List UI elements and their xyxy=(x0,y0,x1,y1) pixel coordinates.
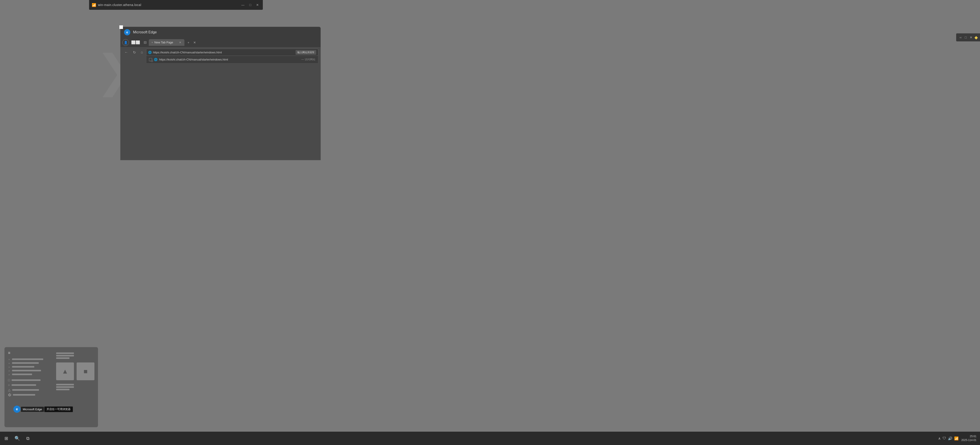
edge-nav-bar: ← ↻ ⌂ 🌐 https://koishi.chat/zh-CN/manual… xyxy=(121,48,320,57)
list-bar xyxy=(13,394,35,396)
edge-dropdown-item[interactable]: 🌐 https://koishi.chat/zh-CN/manual/start… xyxy=(146,56,318,63)
triangle-icon: ▲ xyxy=(8,369,10,372)
list-bar xyxy=(11,384,36,386)
bottom-bar xyxy=(56,386,74,388)
top-bar xyxy=(56,355,74,356)
power-icon: ⏻ xyxy=(8,393,11,396)
edge-logo: e xyxy=(124,29,130,35)
dropdown-visit-label: — 访问网站 xyxy=(301,58,315,62)
tile-triangle-icon: ▲ xyxy=(62,367,68,375)
taskbar-clock[interactable]: 25:61 2025-114-01 xyxy=(961,434,977,442)
edge-logo-letter: e xyxy=(126,30,128,34)
plus-icon: + xyxy=(188,41,189,44)
bottom-bar xyxy=(56,389,70,390)
edge-split-button[interactable]: ⊟ xyxy=(142,40,148,45)
edge-app-title: Microsoft Edge xyxy=(133,30,157,34)
edge-profile-button[interactable]: 👤 xyxy=(122,39,129,46)
edge-tab-newtab[interactable]: + New Tab Page ✕ xyxy=(149,39,185,46)
list-bar xyxy=(12,362,39,364)
taskbar-right: ∧ 🛡 🔊 📶 25:61 2025-114-01 xyxy=(938,434,977,442)
triangle-icon: ▲ xyxy=(8,358,10,361)
start-list-item: ▲ xyxy=(8,362,52,364)
resize-cursor xyxy=(119,25,123,29)
triangle-icon: ▲ xyxy=(8,373,10,375)
edge-tab-group-button[interactable]: ⬜⬜ xyxy=(130,40,142,45)
tile-square-icon: ■ xyxy=(84,367,88,375)
list-bar xyxy=(12,370,41,371)
rdp-restore-button[interactable]: □ xyxy=(248,3,253,7)
triangle-outline-icon: △ xyxy=(8,388,11,391)
rdp-corner-close-button[interactable]: ✕ xyxy=(969,35,974,40)
dropdown-globe-icon: 🌐 xyxy=(154,58,158,61)
tab-bar-close-button[interactable]: ✕ xyxy=(193,41,196,44)
start-menu-panel: ≡ ▲ ▲ ▲ ▲ xyxy=(5,347,98,427)
hamburger-icon[interactable]: ≡ xyxy=(8,351,11,355)
rdp-close-button[interactable]: ✕ xyxy=(255,3,260,7)
start-list-item-square[interactable]: □ xyxy=(8,378,52,382)
start-list-item-circle[interactable]: ○ xyxy=(8,383,52,387)
rdp-corner-restore-button[interactable]: □ xyxy=(964,35,968,40)
windows-taskbar: ⊞ 🔍 ⧉ ∧ 🛡 🔊 📶 25:61 2025-114-01 xyxy=(0,432,980,445)
signal-icon: 📶 xyxy=(92,3,96,7)
rdp-title: win-main.cluster.athena.local xyxy=(98,3,141,7)
dropdown-corner-icon xyxy=(149,58,152,61)
address-url-text: https://koishi.chat/zh-CN/manual/starter… xyxy=(153,51,293,54)
list-bar xyxy=(12,366,34,367)
top-bar xyxy=(56,352,74,354)
edge-taskbar-icon[interactable]: e xyxy=(13,405,21,413)
edge-address-bar-wrapper: 🌐 https://koishi.chat/zh-CN/manual/start… xyxy=(146,49,318,56)
start-list-item-power[interactable]: ⏻ xyxy=(8,393,52,396)
top-bar xyxy=(56,357,70,359)
taskview-button[interactable]: ⧉ xyxy=(25,435,30,442)
rdp-titlebar: 📶 win-main.cluster.athena.local — □ ✕ xyxy=(89,0,263,10)
edge-refresh-button[interactable]: ↻ xyxy=(131,49,138,55)
tab-label: New Tab Page xyxy=(154,41,177,44)
tray-up-arrow[interactable]: ∧ xyxy=(938,436,941,440)
triangle-icon: ▲ xyxy=(8,362,10,364)
rdp-titlebar-left: 📶 win-main.cluster.athena.local xyxy=(92,3,141,7)
edge-address-bar[interactable]: 🌐 https://koishi.chat/zh-CN/manual/start… xyxy=(146,49,318,56)
square-icon: □ xyxy=(8,378,10,382)
tray-wifi-icon: 📶 xyxy=(954,436,959,440)
edge-address-dropdown: 🌐 https://koishi.chat/zh-CN/manual/start… xyxy=(146,56,318,63)
edge-new-tab-button[interactable]: + xyxy=(185,40,191,45)
list-bar xyxy=(11,379,41,381)
rdp-corner-chevron-button[interactable]: ‹‹ xyxy=(958,35,963,40)
address-hint-badge: 输入网址并回车 xyxy=(296,50,316,55)
dropdown-url-text: https://koishi.chat/zh-CN/manual/starter… xyxy=(159,58,299,61)
start-tile-1[interactable]: ▲ xyxy=(56,363,74,380)
edge-app-label: Microsoft Edge xyxy=(21,407,44,412)
edge-titlebar: e Microsoft Edge xyxy=(121,27,320,38)
tab-favicon: + xyxy=(151,41,153,44)
tab-close-button[interactable]: ✕ xyxy=(179,41,182,44)
dropdown-corner-inner xyxy=(151,60,153,62)
start-list-item: ▲ xyxy=(8,366,52,368)
profile-icon: 👤 xyxy=(124,41,127,44)
diamond-icon: ◆ xyxy=(974,35,978,40)
tray-shield-icon: 🛡 xyxy=(943,436,946,440)
taskbar-tray: ∧ 🛡 🔊 📶 xyxy=(938,436,959,440)
tray-sound-icon[interactable]: 🔊 xyxy=(948,436,952,440)
edge-tooltip-text: 开启任一可用浏览器 xyxy=(45,407,73,412)
edge-tooltip-container: e Microsoft Edge 开启任一可用浏览器 xyxy=(13,405,73,413)
start-list-item: ▲ xyxy=(8,358,52,361)
start-list-item: ▲ xyxy=(8,373,52,375)
taskbar-left: ⊞ 🔍 ⧉ xyxy=(3,435,30,442)
clock-date: 2025-114-01 xyxy=(961,438,977,442)
start-menu-header: ≡ xyxy=(8,351,52,355)
triangle-icon: ▲ xyxy=(8,366,10,368)
list-bar xyxy=(12,374,32,375)
list-bar xyxy=(12,358,43,360)
circle-icon: ○ xyxy=(8,383,10,387)
edge-back-button[interactable]: ← xyxy=(123,49,130,55)
start-button[interactable]: ⊞ xyxy=(3,435,9,442)
edge-content-area xyxy=(121,57,320,160)
rdp-minimize-button[interactable]: — xyxy=(240,3,246,7)
start-tile-2[interactable]: ■ xyxy=(76,363,94,380)
edge-window: e Microsoft Edge 👤 ⬜⬜ ⊟ + New Tab Page ✕… xyxy=(120,27,321,160)
rdp-corner-controls: ‹‹ □ ✕ ◆ xyxy=(956,33,980,41)
globe-icon: 🌐 xyxy=(148,51,152,54)
edge-home-button[interactable]: ⌂ xyxy=(139,49,145,55)
start-list-item-triangle[interactable]: △ xyxy=(8,388,52,391)
search-button[interactable]: 🔍 xyxy=(14,435,21,442)
